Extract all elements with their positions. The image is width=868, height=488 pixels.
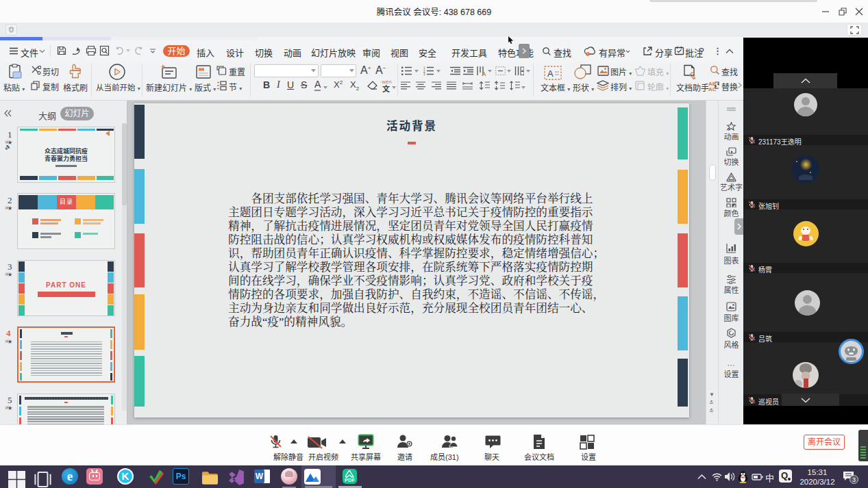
svg-text:3: 3 (423, 73, 425, 75)
svg-text:A: A (482, 70, 486, 76)
svg-text:A: A (547, 68, 554, 79)
